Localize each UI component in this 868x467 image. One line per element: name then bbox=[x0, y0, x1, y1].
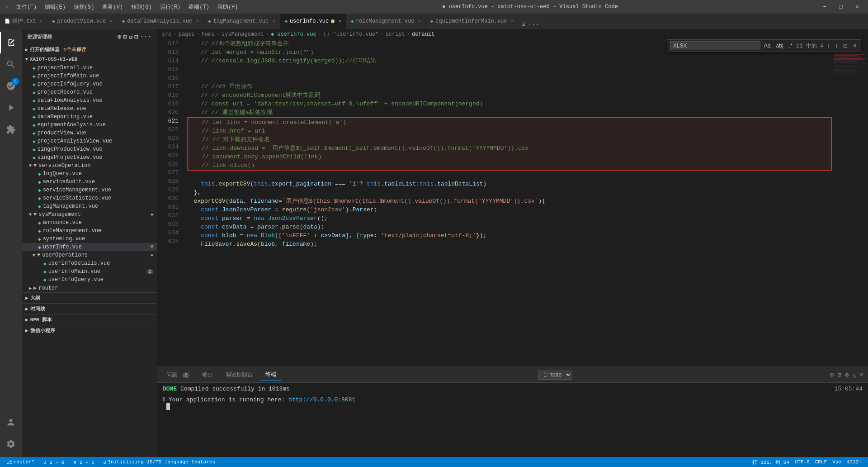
menu-run[interactable]: 运行(R) bbox=[156, 2, 184, 12]
timeline-section[interactable]: ▶ 时间线 bbox=[22, 303, 157, 314]
split-editor-icon[interactable]: ⊡ bbox=[520, 19, 526, 29]
find-input[interactable] bbox=[670, 41, 760, 50]
menu-goto[interactable]: 转到(G) bbox=[127, 2, 156, 12]
sidebar-header-actions[interactable]: ⊕ ⊞ ↺ ⊟ ··· bbox=[118, 33, 151, 41]
activity-run[interactable] bbox=[0, 97, 22, 119]
file-dataRelease[interactable]: ◆ dataRelease.vue bbox=[22, 105, 157, 113]
folder-router[interactable]: ▶ ▶ router bbox=[22, 284, 157, 292]
maximize-button[interactable]: □ bbox=[835, 3, 847, 11]
file-dataReporting[interactable]: ◆ dataReporting.vue bbox=[22, 113, 157, 121]
tab-actions[interactable]: ⊡ ··· bbox=[519, 19, 542, 29]
tab-productView[interactable]: ◆ productView.vue × bbox=[47, 14, 118, 29]
file-serviceAudit[interactable]: ◆ serviceAudit.vue bbox=[22, 178, 157, 186]
menu-select[interactable]: 选择(S) bbox=[70, 2, 98, 12]
file-equipmentAnalysis[interactable]: ◆ equipmentAnalysis.vue bbox=[22, 121, 157, 129]
maximize-panel-icon[interactable]: △ bbox=[851, 370, 857, 380]
panel-tab-terminal[interactable]: 终端 bbox=[260, 369, 282, 381]
project-section[interactable]: ▼ XAIOT-OSS-UI-WEB bbox=[22, 55, 157, 64]
file-projectAnalysisView[interactable]: ◆ projectAnalysisView.vue bbox=[22, 137, 157, 145]
status-port[interactable]: 4312↑ bbox=[844, 457, 864, 467]
file-serviceStatistics[interactable]: ◆ serviceStatistics.vue bbox=[22, 194, 157, 202]
file-serviceManagement[interactable]: ◆ serviceManagement.vue bbox=[22, 186, 157, 194]
file-userInfoDetails[interactable]: ◆ userInfoDetails.vue bbox=[22, 259, 157, 267]
new-terminal-icon[interactable]: ⊕ bbox=[829, 370, 835, 380]
panel-tab-output[interactable]: 输出 bbox=[197, 369, 218, 381]
find-expand[interactable]: × bbox=[851, 42, 858, 50]
panel-tab-debug[interactable]: 调试控制台 bbox=[220, 369, 258, 381]
tab-维护[interactable]: 📄 维护.txt × bbox=[0, 14, 47, 29]
tab-close[interactable]: × bbox=[418, 19, 421, 24]
tab-dataFlow[interactable]: ◆ dataFlowAnalysis.vue × bbox=[118, 14, 204, 29]
window-controls[interactable]: − □ × bbox=[819, 3, 863, 11]
status-language[interactable]: Vue bbox=[830, 457, 844, 467]
tab-tagManagement[interactable]: ◆ tagManagement.vue × bbox=[204, 14, 280, 29]
find-whole-word[interactable]: ab| bbox=[774, 42, 785, 50]
status-encoding[interactable]: UTF-8 bbox=[792, 457, 812, 467]
menu-help[interactable]: 帮助(H) bbox=[214, 2, 242, 12]
file-dataFlowAnalysis[interactable]: ◆ dataFlowAnalysis.vue bbox=[22, 96, 157, 105]
tab-equipmentInform[interactable]: ◆ equipmentInforMain.vue × bbox=[426, 14, 519, 29]
find-next[interactable]: ↓ bbox=[833, 42, 840, 50]
activity-account[interactable] bbox=[0, 411, 22, 433]
breadcrumb-pages[interactable]: pages bbox=[179, 31, 195, 38]
terminal-dropdown[interactable]: 1: node bbox=[538, 370, 572, 380]
find-widget[interactable]: Aa ab| .* 11 中的 4 ↑ ↓ ⊟ × bbox=[667, 39, 861, 52]
activity-extensions[interactable] bbox=[0, 119, 22, 140]
file-projectRecord[interactable]: ◆ projectRecord.vue bbox=[22, 88, 157, 96]
folder-serviceOperation[interactable]: ▼ ▼ serviceOperation bbox=[22, 162, 157, 170]
tab-roleManagement[interactable]: ◆ roleManagement.vue × bbox=[346, 14, 426, 29]
status-branch[interactable]: ⎇ master* bbox=[4, 457, 37, 467]
find-prev[interactable]: ↑ bbox=[825, 42, 831, 50]
file-userInfoQuery[interactable]: ◆ userInfoQuery.vue bbox=[22, 276, 157, 284]
breadcrumb-script[interactable]: {} "userInfo.vue" bbox=[323, 31, 378, 38]
miniprogram-section[interactable]: ▶ 微信小程序 bbox=[22, 325, 157, 336]
folder-userOperations[interactable]: ▼ ▼ userOperations ● bbox=[22, 251, 157, 259]
file-userInfo[interactable]: ◆ userInfo.vue M bbox=[22, 243, 157, 251]
more-tabs-icon[interactable]: ··· bbox=[527, 20, 540, 29]
outline-section[interactable]: ▶ 大纲 bbox=[22, 292, 157, 303]
file-logQuery[interactable]: ◆ logQuery.vue bbox=[22, 170, 157, 178]
menu-view[interactable]: 查看(V) bbox=[99, 2, 127, 12]
new-folder-icon[interactable]: ⊞ bbox=[123, 33, 127, 41]
menu-bar[interactable]: 文件(F) 编辑(E) 选择(S) 查看(V) 转到(G) 运行(R) 终端(T… bbox=[13, 2, 242, 12]
file-roleManagement[interactable]: ◆ roleManagement.vue bbox=[22, 227, 157, 235]
file-tagManagement[interactable]: ◆ tagManagement.vue bbox=[22, 202, 157, 210]
npm-section[interactable]: ▶ NPM 脚本 bbox=[22, 314, 157, 325]
more-actions-icon[interactable]: ··· bbox=[140, 33, 151, 41]
status-sync[interactable]: ↺ 2 △ 0 bbox=[41, 457, 67, 467]
minimize-button[interactable]: − bbox=[819, 3, 831, 11]
breadcrumb-sysManagement[interactable]: sysManagement bbox=[222, 31, 264, 38]
code-content[interactable]: // //两个表数组转成字符串合并 // let merged = mainSt… bbox=[182, 39, 832, 367]
collapse-all-icon[interactable]: ⊟ bbox=[134, 33, 138, 41]
find-match-case[interactable]: Aa bbox=[762, 42, 773, 50]
tab-close[interactable]: × bbox=[338, 19, 341, 24]
breadcrumb-file[interactable]: ◆ userInfo.vue bbox=[271, 31, 316, 38]
breadcrumb-home[interactable]: home bbox=[202, 31, 215, 38]
activity-search[interactable] bbox=[0, 53, 22, 75]
new-file-icon[interactable]: ⊕ bbox=[118, 33, 121, 41]
breadcrumb-src[interactable]: src bbox=[162, 31, 172, 38]
close-panel-icon[interactable]: × bbox=[859, 370, 864, 380]
status-errors[interactable]: ⊗ 2 △ 0 bbox=[71, 457, 97, 467]
file-projectInfoQuery[interactable]: ◆ projectInfoQuery.vue bbox=[22, 80, 157, 88]
file-projectInfoMain[interactable]: ◆ projectInfoMain.vue bbox=[22, 72, 157, 80]
code-editor[interactable]: Aa ab| .* 11 中的 4 ↑ ↓ ⊟ × 612 613 614 61… bbox=[157, 39, 868, 367]
find-close[interactable]: ⊟ bbox=[841, 42, 849, 50]
file-announce[interactable]: ◆ announce.vue bbox=[22, 219, 157, 227]
file-userInfoMain[interactable]: ◆ userInfoMain.vue 2 bbox=[22, 267, 157, 276]
breadcrumb-default[interactable]: default bbox=[412, 31, 434, 38]
tab-close[interactable]: × bbox=[196, 19, 199, 24]
file-projectDetail[interactable]: ◆ projectDetail.vue bbox=[22, 64, 157, 72]
file-systemLog[interactable]: ◆ systemLog.vue bbox=[22, 235, 157, 243]
folder-sysManagement[interactable]: ▼ ▼ sysManagement ● bbox=[22, 210, 157, 219]
terminal-content[interactable]: DONE Compiled successfully in 1013ms 15:… bbox=[157, 383, 868, 457]
activity-git[interactable]: 3 bbox=[0, 75, 22, 97]
tab-close[interactable]: × bbox=[511, 19, 514, 24]
tab-close[interactable]: × bbox=[109, 19, 113, 24]
menu-file[interactable]: 文件(F) bbox=[13, 2, 41, 12]
tab-userInfo[interactable]: ◆ userInfo.vue × bbox=[280, 14, 346, 29]
activity-explorer[interactable] bbox=[0, 32, 22, 53]
file-productView[interactable]: ◆ productView.vue bbox=[22, 129, 157, 137]
breadcrumb-script2[interactable]: script bbox=[386, 31, 405, 38]
status-position[interactable]: 行 621, 列 54 bbox=[750, 457, 792, 467]
